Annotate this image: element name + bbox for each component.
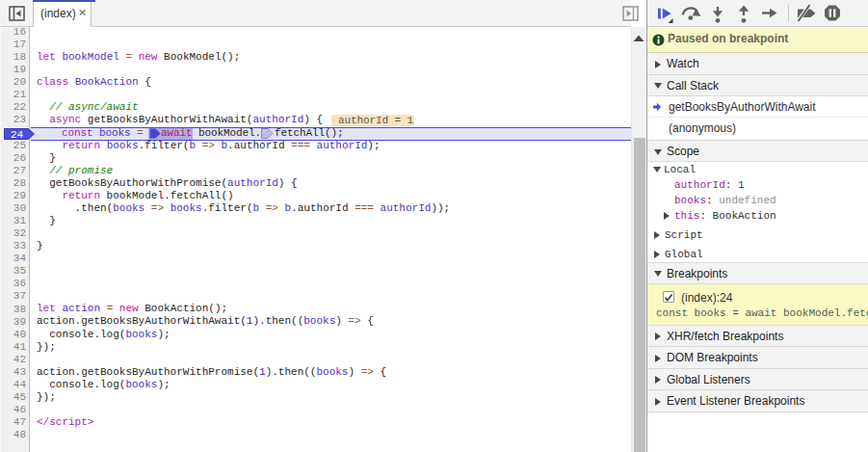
svg-text:24: 24 bbox=[11, 128, 24, 140]
